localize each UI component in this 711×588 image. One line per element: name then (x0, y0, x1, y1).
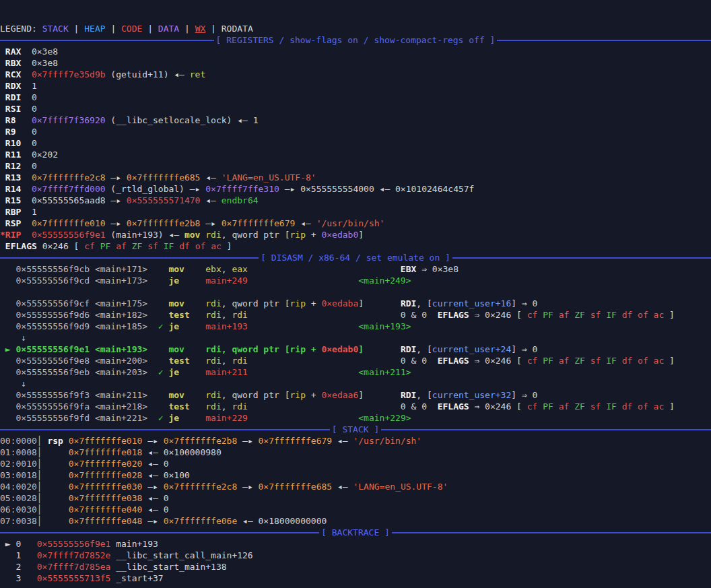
registers-segment: af (116, 241, 127, 251)
legend-segment: | (69, 24, 84, 34)
stack-segment: 0×7fffffffe2c8 (164, 482, 238, 492)
disasm-segment: 0×edab0 (321, 344, 358, 354)
stack-header-rule-left (0, 429, 330, 430)
disasm-line-2 (0, 286, 711, 298)
registers-segment: —▸ (279, 184, 300, 194)
disasm-segment: , [ (416, 390, 432, 400)
registers-line-10: R12 0 (0, 160, 711, 172)
backtrace-header: [ BACKTRACE ] (0, 527, 711, 538)
disasm-segment: 0×55555556f9eb <main+203> (0, 367, 158, 377)
stack-segment: 02:0010 (0, 459, 37, 469)
legend-segment: RODATA (222, 24, 253, 34)
disasm-segment: PF (543, 356, 553, 366)
disasm-segment (179, 321, 205, 331)
stack-segment (42, 447, 69, 457)
disasm-segment: ] (358, 390, 364, 400)
disasm-segment (617, 356, 622, 366)
registers-segment: R9 (0, 127, 32, 137)
disasm-segment: mov (168, 298, 184, 308)
registers-line-6: R8 0×7ffff7f36920 (__libc_setlocale_lock… (0, 115, 711, 126)
stack-segment: —▸ (237, 482, 258, 492)
disasm-segment: ✓ (158, 321, 169, 331)
stack-segment: ◂— 0 (142, 459, 168, 469)
registers-segment: RBP (0, 207, 32, 217)
registers-segment: rip (290, 230, 306, 240)
stack-line-4: 04:0020│ 0×7fffffffe030 —▸ 0×7fffffffe2c… (0, 481, 711, 492)
disasm-segment: 0×55555556f9f3 <main+211> (0, 390, 168, 400)
disasm-line-9: 0×55555556f9eb <main+203> ✓ je main+211 … (0, 366, 711, 378)
stack-segment: 0×7fffffffe2b8 (164, 436, 238, 446)
registers-segment: ] (358, 230, 364, 240)
disasm-segment: current_user+24 (432, 344, 511, 354)
disasm-segment: main+193 (205, 321, 248, 331)
disasm-segment (248, 401, 401, 412)
disasm-segment: RDI (401, 390, 416, 400)
registers-segment: 0×7ffff7e35d9b (32, 69, 106, 79)
registers-segment: RBX (0, 58, 32, 68)
stack-header-title: [ STACK ] (330, 424, 381, 435)
registers-line-7: R9 0 (0, 126, 711, 137)
registers-segment: PF (100, 241, 111, 251)
disasm-segment: sf (590, 356, 601, 366)
disasm-segment (248, 413, 358, 423)
stack-segment: 0×7fffffffe038 (69, 493, 143, 503)
disasm-line-6: ↓ (0, 332, 711, 344)
disasm-line-5: 0×55555556f9d9 <main+185> ✓ je main+193 … (0, 321, 711, 332)
registers-segment: 0×55555565aad8 (32, 195, 106, 205)
disasm-segment: , qword ptr [ (222, 298, 290, 308)
disasm-segment: je (168, 321, 179, 331)
registers-line-13: R15 0×55555565aad8 —▸ 0×555555571470 ◂— … (0, 195, 711, 206)
disasm-segment (632, 310, 638, 320)
stack-segment: │ (37, 459, 42, 469)
disasm-segment: main+211 (205, 367, 248, 377)
backtrace-header-title: [ BACKTRACE ] (319, 527, 392, 538)
disasm-segment (648, 310, 654, 320)
disasm-segment: current_user+32 (432, 390, 511, 400)
registers-line-5: RSI 0 (0, 103, 711, 115)
stack-segment: —▸ (142, 516, 163, 526)
disasm-segment: of (638, 310, 648, 320)
disasm-segment: ] (664, 310, 675, 320)
registers-line-3: RDX 1 (0, 80, 711, 92)
registers-line-16: *RIP 0×55555556f9e1 (main+193) ◂— mov rd… (0, 229, 711, 240)
stack-segment: 0×7fffffffe06e (164, 516, 238, 526)
registers-segment: 0 (32, 92, 37, 102)
registers-segment: df (179, 241, 190, 251)
disasm-segment: EFLAGS (438, 356, 469, 366)
legend-segment: CODE (121, 24, 142, 34)
registers-segment: , qword ptr [ (222, 230, 290, 240)
registers-segment: ◂— (295, 218, 316, 228)
disasm-segment (553, 310, 559, 320)
disasm-segment: 0 & 0 (401, 401, 438, 412)
legend-line-0: LEGEND: STACK | HEAP | CODE | DATA | WX … (0, 23, 711, 34)
registers-segment: ZF (132, 241, 143, 251)
stack-segment: ◂— (332, 482, 353, 492)
disasm-segment: af (559, 356, 570, 366)
stack-segment: 0×7fffffffe020 (69, 459, 143, 469)
disasm-segment (553, 356, 559, 366)
disasm-segment: rip (290, 298, 305, 308)
registers-segment: (__libc_setlocale_lock) ◂— 1 (106, 115, 259, 125)
disasm-segment (179, 275, 205, 286)
registers-segment (142, 241, 147, 251)
registers-segment (158, 241, 164, 251)
disasm-segment: rdi (205, 401, 221, 412)
disasm-line-12: 0×55555556f9fa <main+218> test rdi, rdi … (0, 401, 711, 412)
disasm-segment: 0×55555556f9cd <main+173> (0, 275, 168, 286)
registers-segment: 0×7fffffffe685 (127, 172, 201, 183)
disasm-segment: rdi (205, 298, 221, 308)
registers-line-1: RBX 0×3e8 (0, 57, 711, 69)
backtrace-header-rule-right (392, 532, 711, 533)
disasm-segment: 0×55555556f9fd <main+221> (0, 413, 158, 423)
legend-segment: | (179, 24, 195, 34)
disasm-segment: main+249 (205, 275, 248, 286)
disasm-line-4: 0×55555556f9d6 <main+182> test rdi, rdi … (0, 309, 711, 321)
disasm-segment (632, 356, 638, 366)
backtrace-segment: 1 (0, 550, 37, 560)
disasm-header: [ DISASM / x86-64 / set emulate on ] (0, 252, 711, 263)
registers-segment: RSP (0, 218, 32, 228)
stack-line-2: 02:0010│ 0×7fffffffe020 ◂— 0 (0, 458, 711, 469)
stack-segment (42, 470, 69, 480)
disasm-segment: 0 & 0 (401, 310, 438, 320)
registers-segment: 0×555555554000 (300, 184, 374, 194)
